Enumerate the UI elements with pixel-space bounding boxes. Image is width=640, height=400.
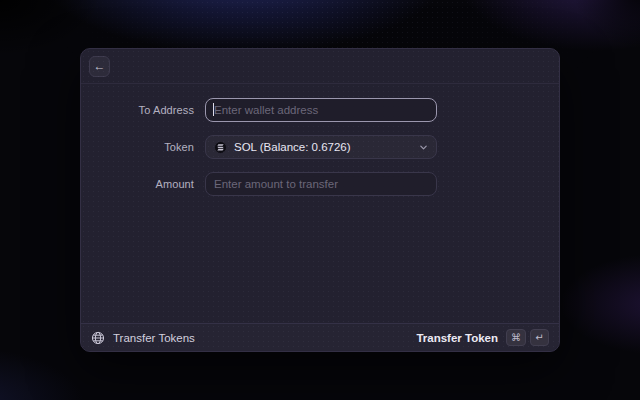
amount-row: Amount	[81, 172, 559, 196]
token-select[interactable]: SOL (Balance: 0.6726)	[205, 135, 437, 159]
transfer-tokens-window: ← To Address Token	[80, 48, 560, 352]
to-address-field	[205, 98, 437, 122]
transfer-token-action[interactable]: Transfer Token	[416, 332, 498, 344]
back-arrow-icon: ←	[94, 60, 106, 72]
amount-input[interactable]	[205, 172, 437, 196]
solana-icon	[214, 141, 227, 154]
command-key-icon: ⌘	[506, 329, 526, 346]
back-button[interactable]: ←	[89, 56, 110, 77]
window-footer: Transfer Tokens Transfer Token ⌘ ↵	[81, 323, 559, 351]
primary-action-area: Transfer Token ⌘ ↵	[416, 329, 549, 346]
token-row: Token SOL (Balance: 0.6726)	[81, 135, 559, 159]
token-label: Token	[81, 141, 194, 153]
amount-field	[205, 172, 437, 196]
shortcut-keys: ⌘ ↵	[506, 329, 549, 346]
to-address-label: To Address	[81, 104, 194, 116]
token-selected-value: SOL (Balance: 0.6726)	[234, 141, 412, 153]
window-header: ←	[81, 49, 559, 84]
desktop-background: { "modal": { "header": { "back_icon": "←…	[0, 0, 640, 400]
to-address-row: To Address	[81, 98, 559, 122]
amount-label: Amount	[81, 178, 194, 190]
command-name: Transfer Tokens	[113, 332, 195, 344]
text-caret	[213, 103, 214, 116]
enter-key-icon: ↵	[530, 329, 549, 346]
globe-icon	[91, 331, 105, 345]
transfer-form: To Address Token SOL (Bal	[81, 84, 559, 323]
chevron-down-icon	[419, 143, 428, 152]
to-address-input[interactable]	[205, 98, 437, 122]
